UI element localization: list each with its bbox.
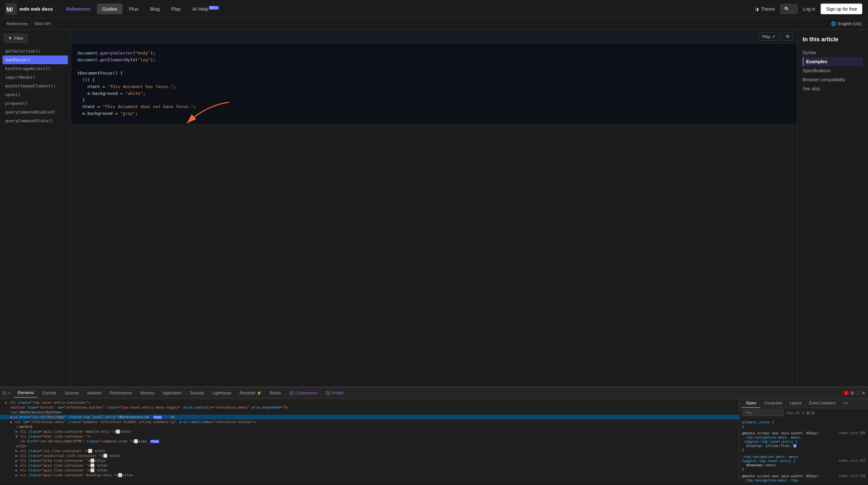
sidebar-item-importnode[interactable]: importNode() bbox=[0, 73, 70, 82]
styles-copy-icon[interactable]: ⧉ bbox=[811, 410, 814, 416]
devtools-tab-lighthouse[interactable]: Lighthouse bbox=[209, 389, 235, 397]
devtools-styles-panel: Styles Computed Layout Event Listeners >… bbox=[739, 399, 868, 483]
toc-item-examples[interactable]: Examples bbox=[803, 57, 863, 66]
devtools-tab-memory[interactable]: Memory bbox=[136, 389, 158, 397]
toc-item-browser-compat[interactable]: Browser compatibility bbox=[803, 75, 863, 84]
html-line-13: ▶ <li class="http-link-container ">⬜</li… bbox=[0, 458, 739, 463]
code-line-5: ()) { bbox=[77, 77, 791, 84]
nav-item-play[interactable]: Play bbox=[166, 4, 186, 14]
logo[interactable]: M/ mdn web docs bbox=[5, 3, 53, 15]
sidebar-item-hasstorageaccess[interactable]: hasStorageAccess() bbox=[0, 64, 70, 73]
devtools-tab-application[interactable]: Application bbox=[159, 389, 186, 397]
mdn-logo-icon: M/ bbox=[5, 3, 17, 15]
sidebar-item-open[interactable]: open() bbox=[0, 90, 70, 99]
devtools-tab-network[interactable]: Network bbox=[84, 389, 105, 397]
left-sidebar: ▼ Filter getSelection() hasFocus() hasSt… bbox=[0, 30, 71, 387]
styles-tab-event-listeners[interactable]: Event Listeners bbox=[805, 399, 840, 408]
devtools-right-icons: 1 ⚙ ⋮ ✕ bbox=[842, 391, 865, 396]
sidebar-item-prepend[interactable]: prepend() bbox=[0, 99, 70, 108]
devtools-more-icon[interactable]: ⋮ bbox=[856, 391, 860, 396]
language-button[interactable]: 🌐 English (US) bbox=[831, 21, 862, 26]
toc-item-specifications[interactable]: Specifications bbox=[803, 66, 863, 75]
logo-text: mdn web docs bbox=[19, 6, 53, 11]
styles-tab-styles[interactable]: Styles bbox=[742, 399, 761, 408]
beta-badge: BETA bbox=[209, 6, 219, 10]
breadcrumb: References › Web API bbox=[6, 21, 51, 26]
sidebar-item-hasfocus[interactable]: hasFocus() bbox=[3, 55, 68, 64]
styles-filter-input[interactable] bbox=[742, 409, 784, 416]
devtools-main: ▶ <li class="top-level-entry-container">… bbox=[0, 399, 868, 483]
styles-rule-element: element.style { } bbox=[742, 420, 865, 429]
html-line-11: ▶ <li class="css-link-container ">⬜ </li… bbox=[0, 449, 739, 453]
toc-item-syntax[interactable]: Syntax bbox=[803, 48, 863, 57]
code-line-10: e.background = "gray"; bbox=[77, 110, 791, 117]
sidebar-item-querycommandenabled[interactable]: queryCommandEnabled( bbox=[0, 108, 70, 116]
styles-rule-media-992-1: @media screen and (min-width: 992px) ind… bbox=[742, 431, 865, 452]
devtools-tab-performance[interactable]: Performance bbox=[106, 389, 136, 397]
theme-button[interactable]: ◑ Theme bbox=[755, 6, 775, 11]
styles-tab-computed[interactable]: Computed bbox=[761, 399, 786, 408]
styles-pseudo-label: :hov .cls bbox=[786, 411, 799, 415]
code-line-6: ntent = "This document has focus."; bbox=[77, 84, 791, 90]
sidebar-item-mozsetimageelement[interactable]: mozSetImageElement() bbox=[0, 82, 70, 90]
styles-tab-more[interactable]: >> bbox=[840, 399, 852, 408]
devtools-html-panel: ▶ <li class="top-level-entry-container">… bbox=[0, 399, 739, 483]
theme-icon: ◑ bbox=[755, 6, 759, 11]
devtools-tab-recorder[interactable]: Recorder ⚡ bbox=[236, 389, 266, 397]
main-layout: ▼ Filter getSelection() hasFocus() hasSt… bbox=[0, 30, 868, 387]
html-line-1: ▶ <li class="top-level-entry-container"> bbox=[0, 400, 739, 405]
devtools-tab-redux[interactable]: Redux bbox=[266, 389, 285, 397]
copy-button[interactable]: ⧉ bbox=[782, 32, 793, 40]
devtools-tab-profiler[interactable]: ⬛ Profiler bbox=[322, 389, 348, 397]
nav-item-blog[interactable]: Blog bbox=[145, 4, 165, 14]
globe-icon: 🌐 bbox=[831, 21, 836, 26]
content-area: Play ↗ ⧉ document.querySelector("body");… bbox=[71, 30, 797, 387]
breadcrumb-references[interactable]: References bbox=[6, 21, 28, 26]
login-button[interactable]: Log in bbox=[803, 6, 815, 11]
devtools-device-icon[interactable]: □ bbox=[8, 391, 11, 395]
nav-item-ai-help[interactable]: AI HelpBETA bbox=[187, 4, 224, 14]
devtools-close-icon[interactable]: ✕ bbox=[862, 391, 865, 396]
breadcrumb-separator: › bbox=[30, 21, 32, 26]
code-block: document.querySelector("body"); document… bbox=[71, 44, 797, 123]
code-line-9: ntent = "This document does not have foc… bbox=[77, 104, 791, 110]
html-line-2: <button type="button" id="references-but… bbox=[0, 405, 739, 410]
play-bar: Play ↗ ⧉ bbox=[71, 30, 797, 44]
nav-item-guides[interactable]: Guides bbox=[97, 4, 123, 14]
right-sidebar: In this article Syntax Examples Specific… bbox=[797, 30, 868, 387]
devtools-tab-security[interactable]: Security bbox=[186, 389, 208, 397]
error-count-badge: 1 bbox=[843, 391, 849, 395]
search-button[interactable]: 🔍 _ bbox=[780, 4, 798, 14]
code-line-7: e.background = "white"; bbox=[77, 90, 791, 97]
devtools-settings-icon[interactable]: ⚙ bbox=[850, 391, 855, 396]
nav-item-references[interactable]: References bbox=[61, 4, 96, 14]
sidebar-item-querycommandstate[interactable]: queryCommandState() bbox=[0, 116, 70, 125]
styles-rule-menu-toggle: .top-navigation-main .menu-toggle+.top-l… bbox=[742, 455, 865, 472]
toc-title: In this article bbox=[803, 36, 863, 43]
filter-button[interactable]: ▼ Filter bbox=[4, 33, 28, 43]
nav-right: ◑ Theme 🔍 _ Log in Sign up for free bbox=[755, 3, 863, 15]
play-button[interactable]: Play ↗ bbox=[758, 32, 779, 40]
styles-tab-layout[interactable]: Layout bbox=[786, 399, 805, 408]
sidebar-item-getselection[interactable]: getSelection() bbox=[0, 47, 70, 55]
devtools-tab-components[interactable]: ⬛ Components bbox=[285, 389, 321, 397]
html-line-9: <a href="/en-US/docs/Web/HTML" class="su… bbox=[0, 439, 739, 444]
nav-item-plus[interactable]: Plus bbox=[124, 4, 144, 14]
code-line-1: document.querySelector("body"); bbox=[77, 50, 791, 57]
html-line-5: ▶ <ul id="references-menu" class="submen… bbox=[0, 420, 739, 424]
breadcrumb-web-api: Web API bbox=[34, 21, 51, 26]
html-line-8: ▼ <li class="html-link-container "> bbox=[0, 434, 739, 439]
styles-layout-icon[interactable]: ⊞ bbox=[806, 410, 810, 415]
html-line-4[interactable]: ●<a href="/en-US/docs/Web" class="top-le… bbox=[0, 415, 739, 420]
toc-item-see-also[interactable]: See also bbox=[803, 84, 863, 93]
signup-button[interactable]: Sign up for free bbox=[820, 3, 863, 15]
devtools-tab-sources[interactable]: Sources bbox=[61, 389, 83, 397]
devtools-inspect-icon[interactable]: ⊡ bbox=[3, 391, 6, 395]
devtools-panel: ⊡ □ Elements Console Sources Network Per… bbox=[0, 387, 868, 483]
styles-filter-bar: :hov .cls + ⊞ ⧉ bbox=[739, 408, 868, 418]
search-icon: 🔍 bbox=[784, 6, 790, 11]
devtools-tab-console[interactable]: Console bbox=[38, 389, 60, 397]
svg-text:M/: M/ bbox=[6, 6, 13, 13]
devtools-tab-elements[interactable]: Elements bbox=[14, 389, 38, 398]
styles-add-icon[interactable]: + bbox=[802, 410, 805, 415]
